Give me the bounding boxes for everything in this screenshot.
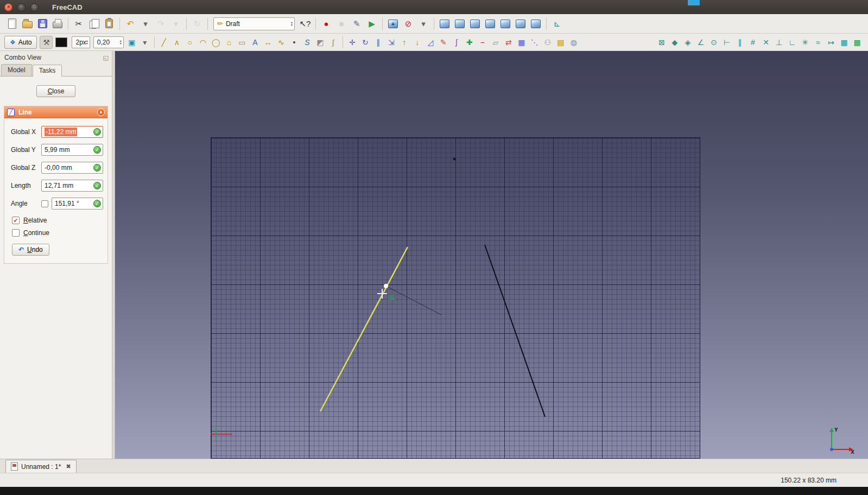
construction-mode-icon[interactable]: ⚒ [40,36,53,49]
cut-icon[interactable]: ✂ [72,17,86,31]
input-global-z[interactable]: -0,00 mm✓ [41,162,103,174]
snap-ortho-icon[interactable]: ∟ [785,36,799,49]
snap-dimensions-icon[interactable]: ↦ [825,36,838,49]
snap-grid-icon[interactable]: # [746,36,759,49]
workbench-spin-arrows[interactable]: ▴▾ [291,21,293,27]
undo-button[interactable]: ↶ Undo [12,244,49,256]
snap-angle-icon[interactable]: ∠ [694,36,707,49]
bezier-icon[interactable]: ∫ [327,36,340,49]
measure-distance-icon[interactable]: ⊾ [550,17,564,31]
working-plane-button[interactable]: ❖ Auto [4,36,37,49]
paste-icon[interactable] [102,17,116,31]
dock-float-icon[interactable]: ◱ [103,54,109,61]
snap-lock-icon[interactable]: ⊠ [655,36,668,49]
undo-menu-icon[interactable]: ▾ [138,17,153,31]
view-left-icon[interactable] [529,17,543,31]
drawing-view-icon[interactable]: ▤ [554,36,567,49]
view-right-icon[interactable] [483,17,497,31]
window-minimize-button[interactable]: − [17,3,26,11]
remove-point-icon[interactable]: − [476,36,489,49]
offset-icon[interactable]: ∥ [372,36,385,49]
rectangle-icon[interactable]: ▭ [236,36,249,49]
box-zoom-icon[interactable]: + [386,17,400,31]
input-angle[interactable]: 151,91 °✓ [52,198,103,210]
snap-center-icon[interactable]: ⊙ [707,36,720,49]
style-menu-icon[interactable]: ▾ [138,36,151,49]
apply-style-icon[interactable]: ▣ [125,36,138,49]
line-width-spin-arrows[interactable]: ▴▾ [86,40,88,45]
input-global-y[interactable]: 5,99 mm✓ [41,144,103,156]
snap-endpoint-icon[interactable]: ◆ [668,36,681,49]
macro-record-icon[interactable]: ● [319,17,333,31]
snap-working-plane-icon[interactable]: ▦ [838,36,851,49]
facebinder-icon[interactable]: ◩ [314,36,327,49]
3d-viewport[interactable]: ⊥ Y X [115,51,868,459]
copy-icon[interactable] [87,17,101,31]
document-tab-close-icon[interactable]: ✖ [66,463,71,470]
continue-checkbox[interactable] [12,229,20,237]
new-file-icon[interactable] [5,17,19,31]
ellipse-icon[interactable]: ◯ [210,36,223,49]
bspline-icon[interactable]: ∿ [275,36,288,49]
wire-to-bspline-icon[interactable]: ʃ [450,36,463,49]
snap-midpoint-icon[interactable]: ◈ [681,36,694,49]
collapse-section-icon[interactable]: ∧ [97,109,105,116]
trimex-icon[interactable]: ⇲ [385,36,398,49]
snap-extension-icon[interactable]: ⊢ [720,36,733,49]
scale-icon[interactable]: ◿ [424,36,437,49]
view-isometric-icon[interactable] [438,17,452,31]
macro-edit-icon[interactable]: ✎ [350,17,364,31]
array-icon[interactable]: ▦ [515,36,528,49]
window-close-button[interactable]: ✕ [4,3,12,11]
snap-parallel-icon[interactable]: ∥ [733,36,746,49]
tab-model[interactable]: Model [1,64,32,76]
text-icon[interactable]: A [249,36,262,49]
line-width-spinner[interactable]: 2px ▴▾ [72,36,90,48]
point-icon[interactable]: • [288,36,301,49]
print-icon[interactable] [50,17,65,31]
arc-icon[interactable]: ◠ [197,36,210,49]
input-global-x[interactable]: -11,22 mm✓ [41,126,103,138]
view-bottom-icon[interactable] [514,17,528,31]
view-rear-icon[interactable] [498,17,512,31]
workbench-selector[interactable]: ✏ Draft ▴▾ [213,17,295,30]
toggle-grid-icon[interactable]: ▩ [851,36,864,49]
window-maximize-button[interactable]: □ [30,3,39,11]
path-array-icon[interactable]: ⋱ [528,36,541,49]
save-file-icon[interactable] [35,17,49,31]
text-size-spin-arrows[interactable]: ▴▾ [120,40,122,45]
tab-tasks[interactable]: Tasks [33,65,62,77]
view-front-icon[interactable] [453,17,467,31]
move-icon[interactable]: ✛ [346,36,359,49]
circle-icon[interactable]: ○ [183,36,197,49]
relative-checkbox[interactable]: ✔ [12,217,20,224]
angle-lock-checkbox[interactable] [41,200,48,207]
shapestring-icon[interactable]: S [301,36,314,49]
input-length[interactable]: 12,71 mm✓ [41,180,103,192]
document-tab[interactable]: Unnamed : 1* ✖ [5,460,77,473]
line-icon[interactable]: ╱ [157,36,170,49]
snap-intersection-icon[interactable]: ✕ [759,36,772,49]
macro-run-icon[interactable]: ▶ [365,17,379,31]
downgrade-icon[interactable]: ↓ [411,36,424,49]
clipping-plane-icon[interactable]: ⊘ [401,17,415,31]
undo-icon[interactable]: ↶ [123,17,137,31]
line-color-swatch[interactable] [55,37,67,47]
snap-special-icon[interactable]: ✳ [799,36,812,49]
whats-this-icon[interactable]: ↖? [298,17,312,31]
polygon-icon[interactable]: ⌂ [223,36,236,49]
draft-to-sketch-icon[interactable]: ⇄ [502,36,515,49]
rotate-icon[interactable]: ↻ [359,36,372,49]
view-top-icon[interactable] [468,17,482,31]
clipping-menu-icon[interactable]: ▾ [416,17,430,31]
close-task-button[interactable]: Close [36,85,75,97]
polyline-icon[interactable]: ʌ [170,36,183,49]
upgrade-icon[interactable]: ↑ [398,36,411,49]
shape-2d-view-icon[interactable]: ▱ [489,36,502,49]
open-folder-icon[interactable] [20,17,34,31]
snap-perpendicular-icon[interactable]: ⊥ [772,36,785,49]
snap-near-icon[interactable]: ≈ [812,36,825,49]
text-size-spinner[interactable]: 0,20 ▴▾ [93,36,124,48]
clone-icon[interactable]: ⚇ [541,36,554,49]
toggle-display-mode-icon[interactable]: ◍ [567,36,580,49]
